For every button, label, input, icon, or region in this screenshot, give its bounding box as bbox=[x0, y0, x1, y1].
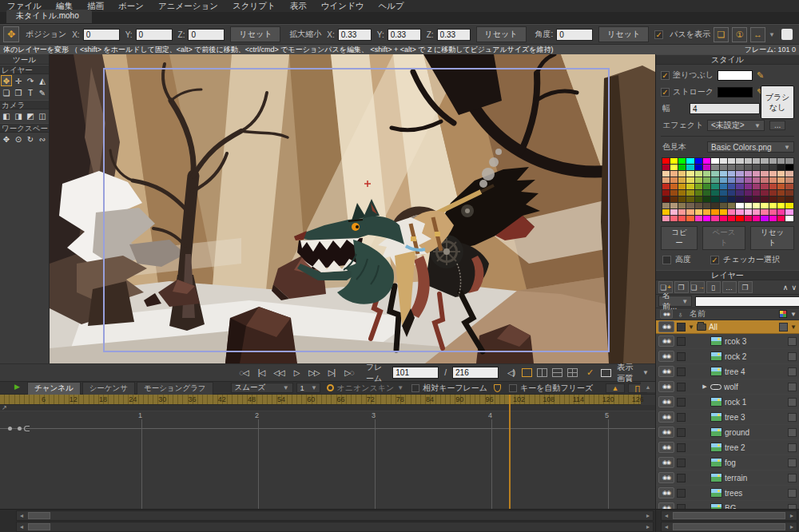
palette-swatch[interactable] bbox=[777, 197, 785, 202]
palette-swatch[interactable] bbox=[662, 177, 670, 183]
layer-row[interactable]: ◉◉ ▶ tree 3 bbox=[656, 410, 799, 425]
canvas-viewport[interactable] bbox=[50, 54, 655, 363]
angle-reset-button[interactable]: リセット bbox=[598, 26, 649, 42]
next-keyframe-button[interactable]: ▷| bbox=[324, 367, 340, 379]
visibility-eyes-icon[interactable]: ◉◉ bbox=[658, 457, 674, 468]
palette-swatch[interactable] bbox=[753, 190, 760, 196]
timeline-hscrollbar-2[interactable]: ◂ ▸ bbox=[16, 522, 654, 532]
duplicate-layer-button[interactable]: ❐ bbox=[674, 281, 689, 293]
palette-swatch[interactable] bbox=[736, 184, 743, 189]
layer-color-swatch[interactable] bbox=[788, 337, 797, 346]
jump-end-button[interactable]: ▷◌ bbox=[341, 367, 357, 379]
palette-swatch[interactable] bbox=[695, 171, 702, 177]
layer-color-swatch[interactable] bbox=[788, 489, 797, 498]
columns-expand-arrow[interactable]: ▼ bbox=[790, 311, 797, 318]
palette-swatch[interactable] bbox=[736, 203, 743, 208]
palette-swatch[interactable] bbox=[736, 197, 743, 202]
scroll-left-icon[interactable]: ◂ bbox=[17, 523, 26, 530]
palette-swatch[interactable] bbox=[703, 197, 710, 202]
timeline-tab[interactable]: チャンネル bbox=[27, 382, 81, 395]
name-column-label[interactable]: 名前 bbox=[690, 308, 776, 320]
palette-swatch[interactable] bbox=[736, 177, 743, 183]
palette-swatch[interactable] bbox=[720, 216, 727, 221]
view-layout-grid-icon[interactable] bbox=[567, 368, 578, 377]
scroll-thumb[interactable] bbox=[28, 523, 50, 530]
palette-swatch[interactable] bbox=[670, 184, 678, 189]
visibility-eyes-icon[interactable]: ◉◉ bbox=[658, 381, 674, 392]
palette-swatch[interactable] bbox=[686, 209, 694, 215]
reference-layer-button[interactable]: ❏→ bbox=[690, 281, 705, 293]
layer-row[interactable]: ◉◉ ▶ trees bbox=[656, 486, 799, 501]
visibility-column-icon[interactable]: ◉◉ bbox=[660, 309, 673, 318]
keyframe-dot[interactable] bbox=[8, 427, 12, 431]
scroll-right-icon[interactable]: ▸ bbox=[643, 512, 653, 519]
palette-swatch[interactable] bbox=[662, 209, 670, 215]
onion-skin-arrow[interactable]: ▼ bbox=[397, 384, 403, 391]
layer-checkbox[interactable] bbox=[677, 323, 686, 332]
palette-swatch[interactable] bbox=[728, 158, 735, 164]
palette-swatch[interactable] bbox=[745, 190, 752, 196]
timeline-hscrollbar[interactable]: ◂ ▸ bbox=[16, 510, 654, 521]
reset-layer-icon[interactable]: ❏ bbox=[714, 27, 729, 42]
palette-swatch[interactable] bbox=[785, 203, 793, 208]
layers-hscrollbar[interactable]: ◂ ▸ bbox=[661, 510, 797, 521]
palette-swatch[interactable] bbox=[678, 165, 686, 170]
palette-swatch[interactable] bbox=[695, 165, 702, 170]
menu-item[interactable]: スクリプト bbox=[225, 0, 283, 12]
palette-swatch[interactable] bbox=[703, 177, 710, 183]
palette-swatch[interactable] bbox=[785, 197, 793, 202]
menu-item[interactable]: ウインドウ bbox=[314, 0, 372, 12]
transform-spacing-icon[interactable]: ↔ bbox=[750, 27, 765, 42]
layer-checkbox[interactable] bbox=[677, 443, 686, 452]
track-camera-tool[interactable]: ◧ bbox=[1, 110, 12, 121]
palette-swatch[interactable] bbox=[753, 209, 760, 215]
palette-swatch[interactable] bbox=[769, 165, 777, 170]
palette-swatch[interactable] bbox=[711, 165, 718, 170]
palette-swatch[interactable] bbox=[662, 165, 670, 170]
timeline-ruler[interactable]: 6121824303642485460667278849096102108114… bbox=[0, 395, 641, 405]
toolbar-dropdown-arrow[interactable]: ▼ bbox=[769, 31, 775, 38]
palette-swatch[interactable] bbox=[703, 165, 710, 170]
palette-swatch[interactable] bbox=[662, 190, 670, 196]
palette-swatch[interactable] bbox=[785, 216, 793, 221]
layer-color-swatch[interactable] bbox=[788, 459, 797, 467]
palette-swatch[interactable] bbox=[686, 216, 694, 221]
active-tool-icon[interactable]: ✥ bbox=[3, 26, 19, 42]
magnet-tool[interactable]: ◭ bbox=[37, 75, 48, 86]
expand-arrow-icon[interactable]: ▶ bbox=[702, 383, 708, 390]
document-tab[interactable]: 未タイトル.moho bbox=[6, 10, 92, 23]
layer-row[interactable]: ◉◉ ▶ tree 4 bbox=[656, 364, 799, 379]
palette-swatch[interactable] bbox=[670, 171, 678, 177]
copy-style-button[interactable]: コピー bbox=[661, 226, 698, 250]
timeline-tab[interactable]: モーショングラフ bbox=[137, 382, 213, 395]
layer-checkbox[interactable] bbox=[677, 459, 686, 467]
ruler-play-marker[interactable]: ▶ bbox=[14, 383, 20, 391]
palette-swatch[interactable] bbox=[703, 171, 710, 177]
palette-swatch[interactable] bbox=[745, 197, 752, 202]
scroll-right-icon[interactable]: ▸ bbox=[787, 523, 797, 530]
palette-swatch[interactable] bbox=[745, 158, 752, 164]
palette-swatch[interactable] bbox=[695, 197, 702, 202]
palette-swatch[interactable] bbox=[736, 165, 743, 170]
layer-row[interactable]: ◉◉ ▶ terrain bbox=[656, 470, 799, 486]
palette-swatch[interactable] bbox=[695, 216, 702, 221]
palette-swatch[interactable] bbox=[678, 190, 686, 196]
palette-swatch[interactable] bbox=[670, 197, 678, 202]
stroke-color-swatch[interactable] bbox=[718, 87, 753, 97]
palette-swatch[interactable] bbox=[711, 203, 718, 208]
layer-color-swatch[interactable] bbox=[788, 398, 797, 407]
menu-item[interactable]: ヘルプ bbox=[371, 0, 411, 12]
palette-swatch[interactable] bbox=[662, 184, 670, 189]
palette-swatch[interactable] bbox=[686, 203, 694, 208]
scale-y-input[interactable] bbox=[388, 29, 421, 41]
label-color-column-icon[interactable] bbox=[779, 310, 787, 318]
palette-swatch[interactable] bbox=[777, 165, 785, 170]
palette-swatch[interactable] bbox=[670, 203, 678, 208]
layer-color-swatch[interactable] bbox=[788, 474, 797, 482]
position-reset-button[interactable]: リセット bbox=[230, 26, 280, 42]
visibility-eyes-icon[interactable]: ◉◉ bbox=[658, 487, 674, 498]
palette-swatch[interactable] bbox=[703, 203, 710, 208]
layer-color-swatch[interactable] bbox=[788, 443, 797, 452]
palette-swatch[interactable] bbox=[761, 209, 768, 215]
frame-outline-icon[interactable] bbox=[601, 369, 611, 377]
